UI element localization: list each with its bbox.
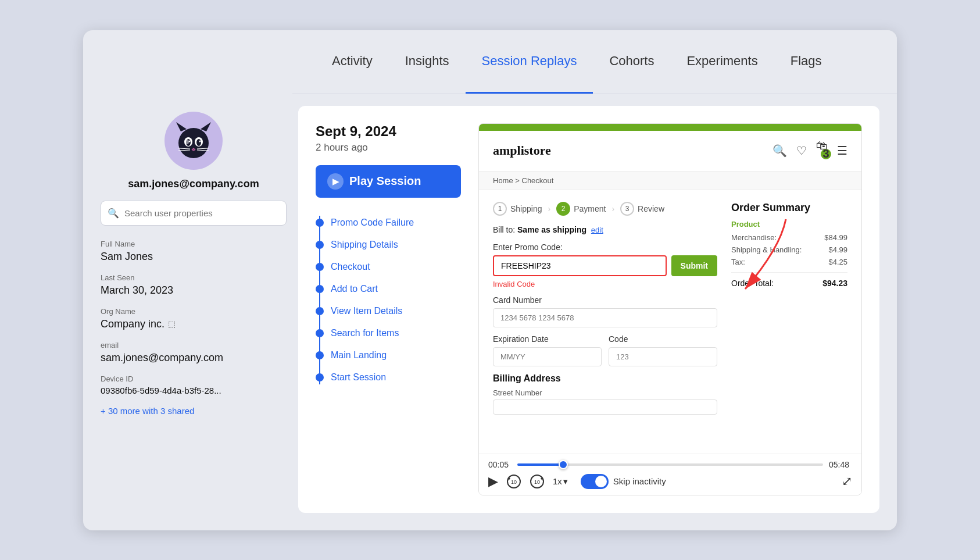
step-sep-2: › — [611, 204, 614, 213]
top-nav: Activity Insights Session Replays Cohort… — [292, 30, 897, 94]
chevron-down-icon: ▾ — [563, 476, 568, 487]
step-payment: 2 Payment — [556, 202, 606, 216]
store-frame: amplistore 🔍 ♡ 🛍 3 ☰ Home > Checkout — [478, 123, 862, 495]
progress-row: 00:05 05:48 — [488, 460, 852, 469]
prop-last-seen: Last Seen March 30, 2023 — [101, 273, 287, 297]
session-date: Sept 9, 2024 — [316, 123, 461, 140]
session-events: Promo Code Failure Shipping Details Chec… — [316, 212, 461, 388]
event-dot — [316, 307, 324, 315]
progress-bar-track[interactable] — [517, 463, 823, 466]
step-num-1: 1 — [493, 202, 507, 216]
cart-badge: 3 — [821, 149, 831, 159]
external-link-icon[interactable]: ⬚ — [168, 319, 176, 329]
progress-thumb[interactable] — [559, 460, 568, 469]
menu-icon[interactable]: ☰ — [837, 144, 847, 158]
event-dot — [316, 263, 324, 271]
svg-point-8 — [199, 140, 201, 142]
speed-selector[interactable]: 1x ▾ — [553, 476, 568, 487]
step-label-3: Review — [638, 204, 664, 213]
step-num-2: 2 — [556, 202, 570, 216]
event-link-start[interactable]: Start Session — [331, 372, 386, 383]
store-body: 1 Shipping › 2 Payment › 3 — [479, 190, 861, 454]
rewind-button[interactable]: 10 — [506, 474, 521, 489]
more-properties-link[interactable]: + 30 more with 3 shared — [101, 406, 287, 416]
tab-experiments[interactable]: Experiments — [670, 30, 774, 94]
tab-insights[interactable]: Insights — [389, 30, 466, 94]
avatar-image — [170, 117, 217, 164]
event-link-promo[interactable]: Promo Code Failure — [331, 217, 414, 228]
event-link-search[interactable]: Search for Items — [331, 328, 399, 338]
expiry-label: Expiration Date — [493, 334, 602, 344]
search-nav-icon[interactable]: 🔍 — [772, 144, 787, 158]
event-dot — [316, 373, 324, 381]
current-time: 00:05 — [488, 460, 512, 469]
prop-full-name: Full Name Sam Jones — [101, 240, 287, 263]
session-list: Sept 9, 2024 2 hours ago ▶ Play Session … — [316, 123, 461, 495]
session-time-ago: 2 hours ago — [316, 142, 461, 154]
expand-button[interactable]: ⤢ — [842, 474, 852, 489]
step-review: 3 Review — [620, 202, 664, 216]
event-link-view-item[interactable]: View Item Details — [331, 306, 402, 316]
tab-cohorts[interactable]: Cohorts — [593, 30, 670, 94]
order-merchandise-row: Merchandise: $84.99 — [731, 233, 847, 242]
tab-session-replays[interactable]: Session Replays — [466, 30, 593, 94]
step-label-1: Shipping — [510, 204, 542, 213]
card-number-input[interactable] — [493, 308, 717, 327]
prop-org-name: Org Name Company inc. ⬚ — [101, 307, 287, 330]
expiry-input[interactable] — [493, 347, 602, 366]
promo-input[interactable] — [493, 255, 667, 276]
svg-point-0 — [178, 128, 209, 158]
search-input[interactable] — [101, 201, 287, 226]
order-total-row: Order Total: $94.23 — [731, 279, 847, 288]
order-summary: Order Summary Product Merchandise: $84.9… — [731, 202, 847, 442]
event-link-cart[interactable]: Add to Cart — [331, 284, 378, 294]
store-breadcrumb: Home > Checkout — [479, 172, 861, 190]
promo-row: Submit — [493, 255, 717, 276]
submit-promo-button[interactable]: Submit — [671, 255, 717, 276]
event-main-landing: Main Landing — [316, 344, 461, 366]
cvv-label: Code — [609, 334, 717, 344]
properties-list: Full Name Sam Jones Last Seen March 30, … — [101, 240, 287, 416]
avatar — [164, 112, 223, 170]
street-number-label: Street Number — [493, 388, 717, 397]
svg-point-14 — [185, 140, 189, 144]
event-link-checkout[interactable]: Checkout — [331, 262, 370, 272]
event-add-to-cart: Add to Cart — [316, 278, 461, 300]
tab-flags[interactable]: Flags — [774, 30, 838, 94]
edit-billing-link[interactable]: edit — [591, 226, 603, 234]
skip-inactivity-label: Skip inactivity — [613, 476, 666, 486]
checkout-steps: 1 Shipping › 2 Payment › 3 — [493, 202, 717, 216]
cart-icon[interactable]: 🛍 3 — [816, 139, 828, 163]
skip-inactivity-toggle: Skip inactivity — [581, 474, 666, 489]
event-dot — [316, 285, 324, 293]
step-sep-1: › — [548, 204, 551, 213]
event-dot — [316, 241, 324, 249]
play-session-button[interactable]: ▶ Play Session — [316, 165, 461, 198]
progress-bar-fill — [517, 463, 563, 466]
svg-marker-1 — [176, 122, 187, 131]
svg-text:10: 10 — [511, 479, 517, 485]
order-tax-row: Tax: $4.25 — [731, 258, 847, 266]
cvv-input[interactable] — [609, 347, 717, 366]
play-pause-button[interactable]: ▶ — [488, 474, 498, 489]
step-label-2: Payment — [574, 204, 606, 213]
svg-text:10: 10 — [534, 479, 540, 485]
toggle-switch[interactable] — [581, 474, 609, 489]
event-link-shipping[interactable]: Shipping Details — [331, 240, 398, 250]
replay-preview: amplistore 🔍 ♡ 🛍 3 ☰ Home > Checkout — [478, 123, 862, 495]
search-box: 🔍 — [101, 201, 287, 226]
card-number-label: Card Number — [493, 295, 717, 305]
event-checkout: Checkout — [316, 256, 461, 278]
playback-controls: 00:05 05:48 ▶ — [479, 454, 861, 495]
order-product-label: Product — [731, 220, 847, 229]
event-link-landing[interactable]: Main Landing — [331, 350, 387, 361]
street-input[interactable] — [493, 400, 717, 415]
play-icon: ▶ — [327, 173, 344, 190]
right-panel: Sept 9, 2024 2 hours ago ▶ Play Session … — [298, 106, 879, 513]
forward-button[interactable]: 10 — [530, 474, 545, 489]
app-container: Activity Insights Session Replays Cohort… — [83, 30, 897, 530]
wishlist-icon[interactable]: ♡ — [796, 144, 807, 158]
event-dot — [316, 329, 324, 337]
tab-activity[interactable]: Activity — [316, 30, 389, 94]
prop-email: email sam.jones@company.com — [101, 341, 287, 364]
